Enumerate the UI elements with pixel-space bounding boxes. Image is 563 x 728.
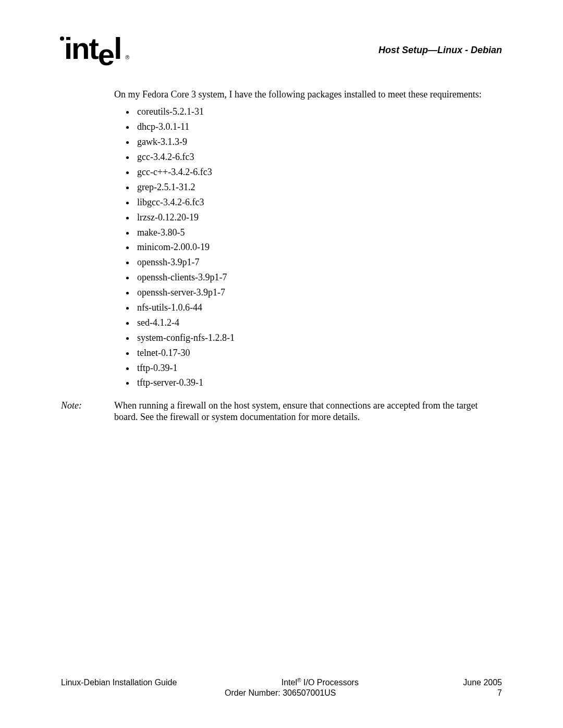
body-content: On my Fedora Core 3 system, I have the f… [114,89,502,389]
list-item: openssh-server-3.9p1-7 [135,287,502,299]
list-item: lrzsz-0.12.20-19 [135,212,502,224]
reg-mark-icon: ® [297,677,301,683]
list-item: system-config-nfs-1.2.8-1 [135,332,502,344]
list-item: minicom-2.00.0-19 [135,241,502,253]
list-item: sed-4.1.2-4 [135,317,502,329]
footer-date: June 2005 [463,677,502,688]
note-text: When running a firewall on the host syst… [114,400,502,423]
list-item: coreutils-5.2.1-31 [135,106,502,118]
list-item: nfs-utils-1.0.6-44 [135,302,502,314]
list-item: tftp-server-0.39-1 [135,377,502,389]
list-item: libgcc-3.4.2-6.fc3 [135,196,502,208]
packages-list: coreutils-5.2.1-31dhcp-3.0.1-11gawk-3.1.… [114,106,502,389]
page-header: intel® Host Setup—Linux - Debian [61,33,502,64]
list-item: make-3.80-5 [135,227,502,239]
page-number: 7 [497,688,502,698]
note-block: Note: When running a firewall on the hos… [61,400,502,423]
footer-center-pre: Intel [282,678,297,687]
intro-paragraph: On my Fedora Core 3 system, I have the f… [114,89,502,101]
list-item: grep-2.5.1-31.2 [135,181,502,193]
page-footer: Linux-Debian Installation Guide Intel® I… [61,677,502,698]
section-title: Host Setup—Linux - Debian [378,45,502,56]
footer-order-number: Order Number: 306507001US [63,688,497,698]
list-item: telnet-0.17-30 [135,347,502,359]
list-item: gcc-c++-3.4.2-6.fc3 [135,166,502,178]
list-item: gcc-3.4.2-6.fc3 [135,151,502,163]
list-item: openssh-clients-3.9p1-7 [135,272,502,283]
footer-left: Linux-Debian Installation Guide [61,677,177,688]
intel-logo: intel® [61,33,128,64]
footer-center-post: I/O Processors [301,678,359,687]
list-item: dhcp-3.0.1-11 [135,121,502,133]
list-item: tftp-0.39-1 [135,362,502,374]
footer-center-line1: Intel® I/O Processors [177,677,463,688]
list-item: gawk-3.1.3-9 [135,136,502,148]
list-item: openssh-3.9p1-7 [135,256,502,268]
note-label: Note: [61,400,114,423]
